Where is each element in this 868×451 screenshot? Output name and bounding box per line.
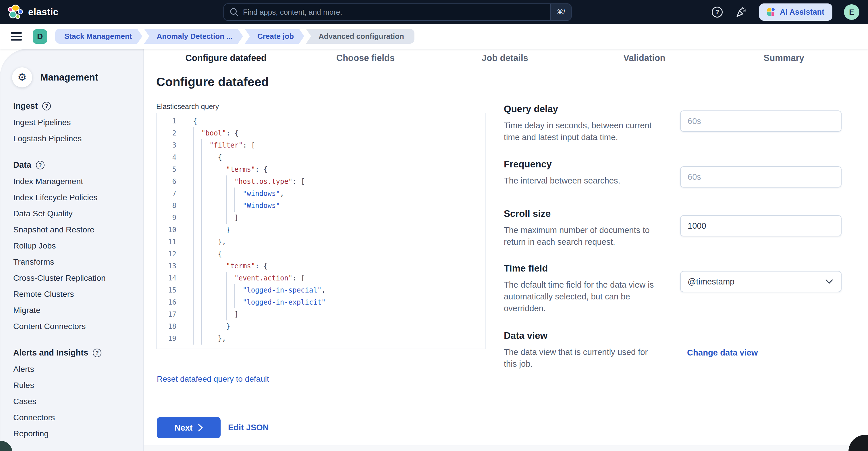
sidebar-item-data-set-quality[interactable]: Data Set Quality bbox=[12, 205, 135, 222]
line-number: 2 bbox=[157, 127, 176, 139]
search-shortcut-badge: ⌘/ bbox=[550, 4, 571, 20]
line-number: 6 bbox=[157, 175, 176, 188]
code-line[interactable]: 9] bbox=[157, 212, 486, 224]
help-icon[interactable]: ? bbox=[711, 6, 723, 19]
search-placeholder: Find apps, content, and more. bbox=[243, 8, 550, 17]
help-icon[interactable]: ? bbox=[36, 161, 44, 169]
code-line[interactable]: 1{ bbox=[157, 115, 486, 127]
code-line[interactable]: 11}, bbox=[157, 236, 486, 248]
sidebar-item-logstash-pipelines[interactable]: Logstash Pipelines bbox=[12, 130, 135, 146]
frequency-description: The interval between searches. bbox=[504, 175, 676, 187]
line-number: 13 bbox=[157, 260, 176, 272]
sidebar-item-ingest-pipelines[interactable]: Ingest Pipelines bbox=[12, 114, 135, 130]
sidebar-item-reporting[interactable]: Reporting bbox=[12, 425, 135, 442]
sidebar-item-remote-clusters[interactable]: Remote Clusters bbox=[12, 286, 135, 302]
line-number: 7 bbox=[157, 188, 176, 200]
edit-json-link[interactable]: Edit JSON bbox=[228, 423, 269, 432]
code-line[interactable]: 6"host.os.type": [ bbox=[157, 175, 486, 188]
global-search-input[interactable]: Find apps, content, and more. ⌘/ bbox=[223, 3, 571, 21]
top-header: elastic Find apps, content, and more. ⌘/… bbox=[0, 0, 868, 24]
breadcrumb: Stack ManagementAnomaly Detection ...Cre… bbox=[55, 29, 416, 44]
frequency-input[interactable] bbox=[680, 166, 842, 188]
scroll-size-input[interactable] bbox=[680, 215, 842, 236]
data-view-group: Data view The data view that is currentl… bbox=[504, 330, 854, 370]
breadcrumb-item-stack-management[interactable]: Stack Management bbox=[55, 29, 143, 44]
step-tab-choose-fields[interactable]: Choose fields bbox=[296, 51, 435, 65]
time-field-value: @timestamp bbox=[688, 277, 735, 286]
line-number: 16 bbox=[157, 296, 176, 308]
step-tab-configure-datafeed[interactable]: Configure datafeed bbox=[156, 51, 296, 65]
help-icon[interactable]: ? bbox=[93, 348, 101, 357]
code-line[interactable]: 16"logged-in-explicit" bbox=[157, 296, 486, 308]
query-delay-input[interactable] bbox=[680, 110, 842, 132]
line-number: 12 bbox=[157, 248, 176, 260]
elasticsearch-query-label: Elasticsearch query bbox=[156, 103, 219, 111]
space-badge[interactable]: D bbox=[33, 29, 47, 44]
breadcrumb-item-anomaly-detection[interactable]: Anomaly Detection ... bbox=[144, 29, 243, 44]
chevron-down-icon bbox=[826, 279, 833, 284]
line-number: 14 bbox=[157, 272, 176, 284]
sidebar-item-index-management[interactable]: Index Management bbox=[12, 173, 135, 189]
ai-assistant-button[interactable]: AI Assistant bbox=[759, 3, 832, 21]
breadcrumb-item-create-job[interactable]: Create job bbox=[245, 29, 304, 44]
sidebar-item-transforms[interactable]: Transforms bbox=[12, 254, 135, 270]
code-line[interactable]: 14"event.action": [ bbox=[157, 272, 486, 284]
scroll-size-description: The maximum number of documents to retur… bbox=[504, 224, 676, 248]
sidebar-item-index-lifecycle-policies[interactable]: Index Lifecycle Policies bbox=[12, 189, 135, 205]
code-line[interactable]: 10} bbox=[157, 224, 486, 236]
menu-hamburger-icon[interactable] bbox=[11, 32, 22, 41]
breadcrumb-item-advanced-configuration: Advanced configuration bbox=[306, 29, 414, 44]
code-line[interactable]: 3"filter": [ bbox=[157, 139, 486, 151]
line-number: 15 bbox=[157, 284, 176, 296]
sidebar-title: Management bbox=[40, 72, 98, 83]
header-actions: ? AI Assistant E bbox=[711, 0, 868, 24]
line-number: 8 bbox=[157, 200, 176, 212]
news-feed-icon[interactable] bbox=[735, 6, 748, 19]
reset-datafeed-query-link[interactable]: Reset datafeed query to default bbox=[157, 374, 269, 384]
sidebar-item-connectors[interactable]: Connectors bbox=[12, 409, 135, 425]
data-view-label: Data view bbox=[504, 330, 854, 341]
code-editor-lines: 1{2"bool": {3"filter": [4{5"terms": {6"h… bbox=[157, 115, 486, 345]
code-line[interactable]: 7"windows", bbox=[157, 188, 486, 200]
code-line[interactable]: 13"terms": { bbox=[157, 260, 486, 272]
breadcrumb-bar: D Stack ManagementAnomaly Detection ...C… bbox=[0, 24, 868, 49]
code-line[interactable]: 15"logged-in-special", bbox=[157, 284, 486, 296]
code-line[interactable]: 12{ bbox=[157, 248, 486, 260]
code-line[interactable]: 2"bool": { bbox=[157, 127, 486, 139]
line-number: 9 bbox=[157, 212, 176, 224]
help-icon[interactable]: ? bbox=[42, 102, 51, 110]
code-editor[interactable]: 1{2"bool": {3"filter": [4{5"terms": {6"h… bbox=[156, 113, 486, 349]
sidebar-item-cases[interactable]: Cases bbox=[12, 393, 135, 409]
ai-assistant-icon bbox=[767, 8, 775, 16]
line-number: 10 bbox=[157, 224, 176, 236]
code-line[interactable]: 18} bbox=[157, 320, 486, 333]
next-button[interactable]: Next bbox=[157, 417, 221, 438]
line-number: 4 bbox=[157, 151, 176, 163]
code-line[interactable]: 5"terms": { bbox=[157, 163, 486, 175]
sidebar-item-snapshot-and-restore[interactable]: Snapshot and Restore bbox=[12, 222, 135, 237]
sidebar-item-alerts[interactable]: Alerts bbox=[12, 361, 135, 377]
sidebar-item-cross-cluster-replication[interactable]: Cross-Cluster Replication bbox=[12, 270, 135, 286]
sidebar-section-alerts-and-insights: Alerts and Insights? bbox=[13, 348, 135, 358]
page-title: Configure datafeed bbox=[156, 75, 269, 89]
sidebar-item-migrate[interactable]: Migrate bbox=[12, 302, 135, 318]
code-line[interactable]: 4{ bbox=[157, 151, 486, 163]
sidebar-item-rollup-jobs[interactable]: Rollup Jobs bbox=[12, 237, 135, 254]
code-line[interactable]: 19}, bbox=[157, 333, 486, 345]
line-number: 18 bbox=[157, 320, 176, 333]
sidebar-sections: Ingest?Ingest PipelinesLogstash Pipeline… bbox=[12, 101, 135, 442]
code-line[interactable]: 17] bbox=[157, 308, 486, 320]
sidebar-item-rules[interactable]: Rules bbox=[12, 377, 135, 393]
elastic-logo[interactable]: elastic bbox=[0, 5, 59, 20]
time-field-select[interactable]: @timestamp bbox=[680, 271, 842, 292]
code-line[interactable]: 8"Windows" bbox=[157, 200, 486, 212]
sidebar-item-content-connectors[interactable]: Content Connectors bbox=[12, 318, 135, 334]
user-avatar[interactable]: E bbox=[844, 4, 859, 20]
management-gear-icon[interactable]: ⚙ bbox=[12, 67, 32, 87]
change-data-view-link[interactable]: Change data view bbox=[687, 348, 758, 358]
line-number: 19 bbox=[157, 333, 176, 345]
line-number: 17 bbox=[157, 308, 176, 320]
time-field-description: The default time field for the data view… bbox=[504, 279, 676, 314]
footer-strip bbox=[144, 445, 868, 451]
management-sidebar: ⚙ Management Ingest?Ingest PipelinesLogs… bbox=[0, 49, 144, 451]
